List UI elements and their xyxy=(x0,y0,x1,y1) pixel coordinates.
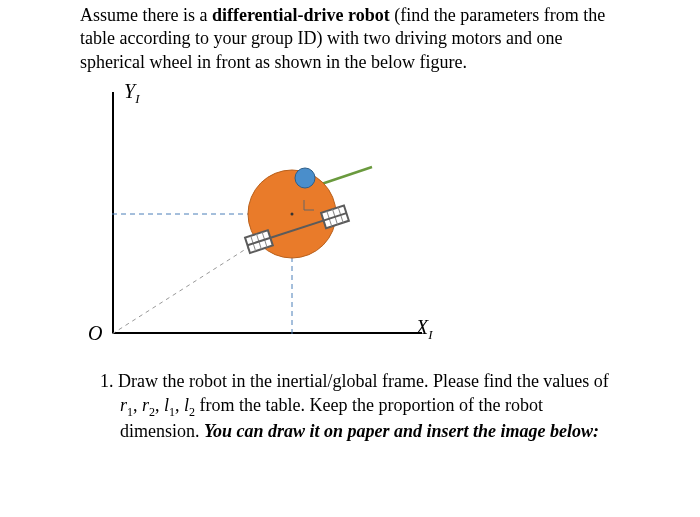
x-sub: I xyxy=(428,327,432,342)
c1: , xyxy=(133,395,142,415)
figure: YI XI O xyxy=(84,82,444,352)
origin-label: O xyxy=(88,320,102,346)
question-1: 1. Draw the robot in the inertial/global… xyxy=(100,370,620,443)
center-dot xyxy=(291,213,294,216)
dashed-diagonal xyxy=(112,240,260,334)
q-text-a: Draw the robot in the inertial/global fr… xyxy=(118,371,609,391)
intro-paragraph: Assume there is a differential-drive rob… xyxy=(80,4,620,74)
robot-diagram xyxy=(112,92,422,334)
param-r1: r xyxy=(120,395,127,415)
c2: , xyxy=(155,395,164,415)
question-number: 1. xyxy=(100,371,114,391)
param-r2: r xyxy=(142,395,149,415)
spherical-wheel xyxy=(295,168,315,188)
q-bold-italic: You can draw it on paper and insert the … xyxy=(204,421,599,441)
intro-pre: Assume there is a xyxy=(80,5,212,25)
intro-bold: differential-drive robot xyxy=(212,5,390,25)
c3: , xyxy=(175,395,184,415)
